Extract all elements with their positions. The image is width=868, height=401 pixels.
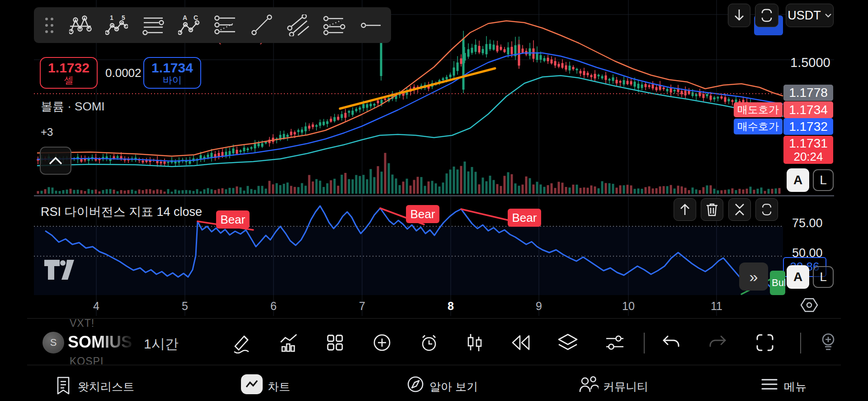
sliders-icon: [604, 333, 625, 352]
menu-icon: [760, 377, 778, 392]
alarm-clock-icon: [419, 332, 439, 353]
scale-settings-button[interactable]: [799, 296, 819, 314]
layers-icon: [557, 333, 579, 353]
bull-divergence-badge[interactable]: Bull: [770, 271, 785, 295]
symbol-next: KOSPI: [70, 355, 104, 364]
collapse-icon: [733, 202, 746, 217]
nav-item-explore[interactable]: 알아 보기: [429, 379, 478, 394]
community-icon: [579, 375, 599, 394]
templates-button[interactable]: [556, 331, 580, 354]
fullscreen-button[interactable]: [755, 4, 778, 27]
fullscreen-chart-button[interactable]: [753, 331, 777, 354]
horizontal-line-tool[interactable]: [359, 14, 382, 37]
spread-value: 0.0002: [105, 66, 142, 80]
interval-selector[interactable]: 1시간: [144, 335, 179, 353]
rewind-icon: [510, 333, 532, 352]
drag-handle[interactable]: [43, 14, 56, 37]
nav-item-chart[interactable]: 차트: [268, 379, 290, 394]
toolbar-divider-top: [27, 318, 841, 319]
last-price: 1.1731: [789, 137, 828, 150]
three-drives-tool[interactable]: [214, 14, 237, 37]
ideas-button[interactable]: [816, 331, 840, 354]
zigzag-icon: [245, 379, 259, 390]
nav-item-menu[interactable]: 메뉴: [784, 379, 807, 394]
grid-icon: [325, 333, 345, 353]
x-axis-tick: 5: [182, 300, 188, 313]
delete-pane-button[interactable]: [701, 198, 723, 221]
fullscreen-brackets-icon: [755, 332, 775, 353]
more-indicators-label[interactable]: +3: [41, 126, 53, 138]
currency-selector[interactable]: USDT: [786, 4, 834, 27]
x-axis-tick: 11: [711, 300, 722, 313]
hexagon-eye-icon: [799, 296, 819, 314]
fib-retracement-tool[interactable]: [142, 14, 165, 37]
xabcd-pattern-tool[interactable]: [69, 14, 92, 37]
buy-price: 1.1734: [151, 61, 193, 75]
chart-tab-icon: [241, 374, 263, 394]
toolbar-divider: [800, 333, 801, 353]
sell-label: 셀: [64, 75, 74, 85]
nav-item-community[interactable]: 커뮤니티: [603, 379, 648, 394]
download-button[interactable]: [728, 4, 750, 27]
symbol-avatar[interactable]: S: [42, 332, 64, 353]
bear-divergence-badge[interactable]: Bear: [216, 210, 250, 229]
currency-label: USDT: [788, 9, 821, 23]
ask-price-badge: 1.1734: [783, 101, 833, 118]
move-pane-up-button[interactable]: [674, 198, 696, 221]
parallel-channel-tool[interactable]: [287, 14, 310, 37]
elliott-wave-tool[interactable]: 1 5: [105, 14, 128, 37]
draw-button[interactable]: [230, 331, 254, 354]
arrow-up-icon: [678, 202, 692, 217]
bar-countdown: 20:24: [793, 150, 823, 163]
buy-button[interactable]: 1.1734 바이: [143, 57, 201, 89]
bear-divergence-badge[interactable]: Bear: [406, 205, 439, 223]
toolbar-divider-bottom: [27, 365, 841, 365]
volume-indicator-label[interactable]: 볼륨 · SOMI: [41, 99, 105, 115]
maximize-icon: [760, 202, 774, 217]
auto-scale-button[interactable]: A: [787, 168, 809, 192]
candles-icon: [464, 332, 484, 353]
bid-label-badge: 매수호가: [734, 119, 783, 134]
rsi-log-scale-button[interactable]: L: [813, 266, 834, 288]
disjoint-channel-tool[interactable]: [323, 14, 346, 37]
log-scale-button[interactable]: L: [813, 169, 834, 191]
undo-button[interactable]: [659, 331, 683, 354]
collapse-pane-button[interactable]: [40, 147, 71, 175]
x-axis-tick: 7: [359, 300, 365, 313]
ask-label-badge: 매도호가: [734, 102, 783, 117]
sell-button[interactable]: 1.1732 셀: [40, 57, 98, 89]
double-chevron-icon: »: [750, 268, 758, 286]
download-icon: [731, 7, 747, 24]
watchlist-icon: [55, 376, 71, 396]
rsi-auto-scale-button[interactable]: A: [787, 265, 809, 289]
sell-price: 1.1732: [48, 61, 90, 75]
bid-price-badge: 1.1732: [783, 118, 833, 135]
chevron-up-icon: [48, 156, 63, 165]
layout-grid-button[interactable]: [323, 331, 347, 354]
maximize-pane-button[interactable]: [755, 198, 778, 221]
drawing-toolbar: 1 5 A C: [34, 7, 391, 43]
expand-more-button[interactable]: »: [739, 263, 768, 291]
symbol-name[interactable]: SOMIUS: [68, 333, 132, 352]
x-axis-tick: 9: [536, 300, 542, 313]
nav-item-watchlist[interactable]: 왓치리스트: [78, 379, 134, 394]
add-button[interactable]: [370, 331, 394, 354]
x-axis-tick: 6: [270, 300, 277, 313]
pencil-icon: [231, 332, 252, 353]
last-price-badge: 1.1731 20:24: [783, 136, 833, 164]
alerts-button[interactable]: [417, 331, 441, 354]
indicators-icon: [278, 332, 299, 353]
svg-text:A: A: [183, 14, 187, 21]
rsi-indicator-title[interactable]: RSI 다이버전스 지표 14 close: [41, 204, 202, 220]
chart-type-button[interactable]: [462, 331, 486, 354]
replay-button[interactable]: [509, 331, 533, 354]
settings-sliders-button[interactable]: [603, 331, 627, 354]
redo-button[interactable]: [706, 331, 730, 354]
abcd-pattern-tool[interactable]: A C: [178, 14, 201, 37]
collapse-pane-button-rsi[interactable]: [728, 198, 751, 221]
prev-close-badge: 1.1778: [783, 85, 833, 101]
indicators-button[interactable]: [277, 331, 301, 354]
trend-line-tool[interactable]: [250, 14, 273, 37]
bear-divergence-badge[interactable]: Bear: [508, 209, 541, 227]
avatar-letter: S: [50, 337, 57, 348]
